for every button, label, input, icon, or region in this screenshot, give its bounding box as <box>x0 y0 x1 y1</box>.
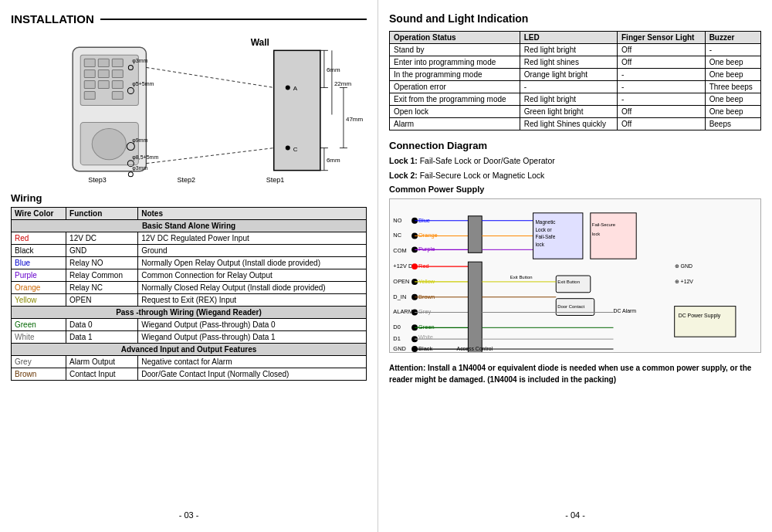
sound-col-finger: Finger Sensor Light <box>618 32 706 44</box>
section-header-row: Basic Stand Alone Wiring <box>12 220 367 232</box>
status-cell: Alarm <box>390 118 520 130</box>
status-cell: Open lock <box>390 106 520 118</box>
notes-cell: Door/Gate Contact Input (Normally Closed… <box>138 368 367 381</box>
svg-text:D_IN: D_IN <box>393 293 406 300</box>
svg-text:φ3mm: φ3mm <box>132 165 147 171</box>
wiring-title: Wiring <box>11 192 367 204</box>
title-line <box>100 19 367 20</box>
svg-text:D0: D0 <box>393 324 400 330</box>
connection-diagram-box: NO NC COM +12V DC OPEN D_IN ALARM D0 D1 … <box>389 198 761 353</box>
led-cell: Red light shines <box>520 56 617 69</box>
lock1-text: Fail-Safe Lock or Door/Gate Operator <box>420 156 555 165</box>
svg-text:DC Alarm: DC Alarm <box>614 307 637 313</box>
notes-cell: Normally Open Relay Output (Install diod… <box>138 257 367 269</box>
wire-color-cell: Red <box>12 232 66 245</box>
finger-cell: - <box>618 81 706 93</box>
svg-text:Lock or: Lock or <box>536 226 553 232</box>
led-cell: Red light Shines quickly <box>520 118 617 130</box>
notes-cell: Ground <box>138 245 367 257</box>
function-cell: Data 1 <box>66 331 138 344</box>
svg-text:φ5+5mm: φ5+5mm <box>132 81 154 87</box>
svg-rect-23 <box>98 59 109 66</box>
installation-title: INSTALLATION <box>11 12 367 25</box>
buzzer-cell: Three beeps <box>705 81 760 93</box>
svg-text:DC Power Supply: DC Power Supply <box>679 313 721 319</box>
table-row: Open lockGreen light brightOffOne beep <box>390 106 761 118</box>
svg-text:Door Contact: Door Contact <box>557 303 584 308</box>
notes-cell: Wiegand Output (Pass-through) Data 1 <box>138 331 367 344</box>
table-row: Exit from the programming modeRed light … <box>390 93 761 106</box>
lock1-label: Lock 1: <box>389 156 418 165</box>
svg-text:⊕ GND: ⊕ GND <box>675 263 692 269</box>
svg-text:Magnetic: Magnetic <box>536 219 557 225</box>
function-cell: Contact Input <box>66 368 138 381</box>
svg-text:COM: COM <box>393 247 406 254</box>
section-header-row: Pass -through Wiring (Wiegand Reader) <box>12 307 367 319</box>
led-cell: Red light bright <box>520 93 617 106</box>
svg-text:lock: lock <box>592 231 601 236</box>
buzzer-cell: Beeps <box>705 118 760 130</box>
sound-title: Sound and Light Indication <box>389 12 761 25</box>
svg-text:lock: lock <box>536 242 545 247</box>
table-row: Enter into programming modeRed light shi… <box>390 56 761 69</box>
svg-rect-25 <box>84 69 95 77</box>
table-row: PurpleRelay CommonCommon Connection for … <box>12 269 367 282</box>
wire-color-cell: Green <box>12 319 66 331</box>
table-row: WhiteData 1Wiegand Output (Pass-through)… <box>12 331 367 344</box>
buzzer-cell: One beep <box>705 106 760 118</box>
svg-text:C: C <box>293 146 298 153</box>
sound-col-buzzer: Buzzer <box>705 32 760 44</box>
page-number-right: - 04 - <box>389 504 761 520</box>
left-panel: INSTALLATION Wall A C 6mm 22mm <box>0 0 378 532</box>
svg-text:6mm: 6mm <box>327 157 340 164</box>
svg-text:Step2: Step2 <box>177 176 195 184</box>
status-cell: Stand by <box>390 44 520 56</box>
svg-rect-22 <box>84 59 95 66</box>
wire-color-cell: Yellow <box>12 294 66 307</box>
led-cell: Orange light bright <box>520 69 617 81</box>
wire-color-cell: Blue <box>12 257 66 269</box>
table-row: GreenData 0Wiegand Output (Pass-through)… <box>12 319 367 331</box>
svg-rect-27 <box>112 69 123 77</box>
wire-color-cell: Grey <box>12 356 66 368</box>
buzzer-cell: One beep <box>705 69 760 81</box>
svg-rect-24 <box>112 59 123 66</box>
table-row: BlueRelay NONormally Open Relay Output (… <box>12 257 367 269</box>
wire-color-cell: Black <box>12 245 66 257</box>
status-cell: Enter into programming mode <box>390 56 520 69</box>
svg-line-49 <box>146 148 273 164</box>
svg-text:White: White <box>418 334 433 341</box>
notes-cell: Normally Closed Relay Output (Install di… <box>138 282 367 294</box>
sound-table: Operation Status LED Finger Sensor Light… <box>389 31 761 130</box>
svg-text:D1: D1 <box>393 335 400 342</box>
table-row: BlackGNDGround <box>12 245 367 257</box>
function-cell: Relay NO <box>66 257 138 269</box>
notes-cell: 12V DC Regulated Power Input <box>138 232 367 245</box>
svg-rect-90 <box>468 215 482 252</box>
notes-cell: Common Connection for Relay Output <box>138 269 367 282</box>
svg-point-4 <box>286 146 290 151</box>
lock2-text: Fail-Secure Lock or Magnetic Lock <box>420 171 545 180</box>
svg-text:Step3: Step3 <box>88 176 107 184</box>
col-function: Function <box>66 208 138 220</box>
table-row: AlarmRed light Shines quicklyOffBeeps <box>390 118 761 130</box>
wire-color-cell: White <box>12 331 66 344</box>
connection-title: Connection Diagram <box>389 140 761 151</box>
svg-rect-31 <box>84 91 95 99</box>
connection-diagram-svg: NO NC COM +12V DC OPEN D_IN ALARM D0 D1 … <box>390 199 760 352</box>
installation-diagram: Wall A C 6mm 22mm 47mm <box>11 32 367 186</box>
svg-text:Fail-Secure: Fail-Secure <box>592 222 616 226</box>
function-cell: Data 0 <box>66 319 138 331</box>
table-row: Stand byRed light brightOff- <box>390 44 761 56</box>
sound-col-led: LED <box>520 32 617 44</box>
common-power-title: Common Power Supply <box>389 185 761 194</box>
attention-bold: Attention: Install a 1N4004 or equivalen… <box>389 364 751 384</box>
svg-text:GND: GND <box>393 345 405 352</box>
svg-rect-115 <box>675 306 736 337</box>
svg-point-34 <box>92 129 126 160</box>
led-cell: Green light bright <box>520 106 617 118</box>
finger-cell: Off <box>618 106 706 118</box>
svg-text:Fail-Safe: Fail-Safe <box>536 234 556 239</box>
svg-rect-32 <box>112 91 123 99</box>
notes-cell: Wiegand Output (Pass-through) Data 0 <box>138 319 367 331</box>
